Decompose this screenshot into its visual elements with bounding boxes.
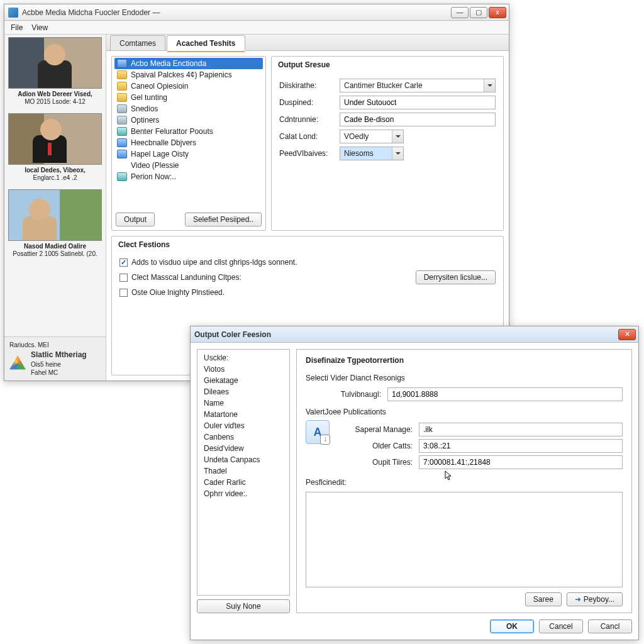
folder-icon xyxy=(117,150,127,158)
thumbnail-item[interactable]: local Dedes, Vibeox,Englarc.1 .e4 .2 xyxy=(4,111,106,187)
list-item[interactable]: Usckle: xyxy=(197,352,289,364)
thumbnail-subtitle: Englarc.1 .e4 .2 xyxy=(9,174,101,182)
thumbnail-image xyxy=(8,113,102,165)
peyboy-button[interactable]: ➜Peyboy... xyxy=(567,592,623,606)
tree-item[interactable]: Gel tunting xyxy=(114,92,263,103)
saperal-input[interactable] xyxy=(419,423,623,436)
tab-comtames[interactable]: Comtames xyxy=(110,35,165,50)
main-window: Acbbe Media Midcha Fuocler Endoder — — ▢… xyxy=(4,4,509,381)
tree-item[interactable]: Spaival Palckes 4¢) Papienics xyxy=(114,69,263,80)
list-item[interactable]: Name xyxy=(197,397,289,409)
maximize-button[interactable]: ▢ xyxy=(470,7,487,18)
festions-opt1[interactable]: Adds to visduo uipe and cllst ghrips-ldg… xyxy=(119,258,404,267)
tree-item[interactable]: Video (Plessie xyxy=(114,160,263,171)
oupit-tiires-input[interactable] xyxy=(419,455,623,469)
titlebar[interactable]: Acbbe Media Midcha Fuocler Endoder — — ▢… xyxy=(4,4,509,21)
tree-item[interactable]: Snedios xyxy=(114,103,263,114)
tulvibnaugl-label: Tulvibnaugl: xyxy=(306,390,387,399)
output-legend: Output Sresue xyxy=(272,57,503,73)
thumbnail-image xyxy=(8,189,102,241)
list-item[interactable]: Viotos xyxy=(197,364,289,375)
sidebar-footer-title: Slatlic Mtheriag xyxy=(31,350,87,360)
saree-button[interactable]: Saree xyxy=(525,592,562,606)
list-item[interactable]: Canbens xyxy=(197,431,289,443)
list-item[interactable]: Giekatage xyxy=(197,375,289,386)
chevron-down-icon xyxy=(392,130,403,143)
sidebar-footer-line: Ois5 heine xyxy=(31,360,87,369)
derrysiten-button[interactable]: Derrysiten licslue... xyxy=(416,270,496,284)
thumbnail-subtitle: Posattier 2 1005 Satinebl. (20. xyxy=(9,250,101,258)
cancel-button[interactable]: Cancel xyxy=(539,619,583,633)
checkbox-icon xyxy=(119,289,128,297)
tulvibnaugl-input[interactable] xyxy=(387,387,623,401)
list-item[interactable]: Ophrr videe:. xyxy=(197,488,289,499)
thumbnail-image xyxy=(8,37,102,89)
tree-panel: Acbo Media Enctionda Spaival Palckes 4¢)… xyxy=(111,56,266,231)
select-preset-button[interactable]: Selefiet Pesiiped.. xyxy=(185,213,262,226)
dialog-title: Output Coler Feesion xyxy=(194,330,618,339)
thumbnail-subtitle: MO 2015 Lsode: 4-12 xyxy=(9,98,101,106)
cursor-icon xyxy=(444,470,453,484)
tree-item[interactable]: Hapel Lage Oisty xyxy=(114,148,263,160)
folder-icon xyxy=(117,172,127,181)
menu-view[interactable]: View xyxy=(31,23,48,32)
output-button[interactable]: Output xyxy=(116,213,155,226)
cancl-button[interactable]: Cancl xyxy=(588,619,632,633)
tree-item[interactable]: Optiners xyxy=(114,114,263,126)
dusplned-input[interactable] xyxy=(340,96,496,109)
dialog-right-panel: Disefinaize Tgpeotorrertion Selecti Vide… xyxy=(296,349,632,613)
list-item[interactable]: Ouler viďtes xyxy=(197,420,289,431)
folder-icon xyxy=(117,116,127,125)
minimize-button[interactable]: — xyxy=(451,7,469,18)
close-button[interactable]: x xyxy=(489,7,506,18)
section-heading: Selecti Vider Dianct Resonigs xyxy=(306,374,623,382)
chevron-down-icon xyxy=(392,147,403,160)
pesf-textarea[interactable] xyxy=(306,492,623,587)
tree-item[interactable]: Perion Now:.. xyxy=(114,171,263,182)
window-title: Acbbe Media Midcha Fuocler Endoder — xyxy=(22,8,451,17)
tab-acached[interactable]: Acached Teshits xyxy=(167,35,245,51)
corunnie-input[interactable] xyxy=(340,113,496,126)
list-item[interactable]: Cader Rarlic xyxy=(197,477,289,488)
sidebar-footer-line: Fahel MC xyxy=(31,369,87,377)
dialog-titlebar[interactable]: Output Coler Feesion ✕ xyxy=(191,326,638,343)
tree-item[interactable]: Acbo Media Enctionda xyxy=(114,58,263,69)
tree-item[interactable]: Caneol Opiesioin xyxy=(114,80,263,92)
folder-icon xyxy=(117,82,127,91)
calatond-select[interactable]: VOedly xyxy=(340,130,404,143)
folder-icon xyxy=(117,59,127,68)
thumbnail-title: Adion Web Dereer Vised, xyxy=(9,91,101,98)
festions-opt2[interactable]: Clect Masscal Landuning Cltpes: xyxy=(119,273,404,282)
sidebar-footer: Rariudcs. MEI Slatlic Mtheriag Ois5 hein… xyxy=(4,336,106,380)
older-catts-label: Older Catts: xyxy=(337,441,419,450)
saperal-label: Saperal Manage: xyxy=(337,425,419,434)
tree-item[interactable]: Benter Felurattor Poouts xyxy=(114,126,263,137)
folder-icon xyxy=(117,127,127,136)
tree-item[interactable]: Heecbnalle Dbjvers xyxy=(114,137,263,148)
thumbnail-item[interactable]: Adion Web Dereer Vised,MO 2015 Lsode: 4-… xyxy=(4,35,106,111)
menu-file[interactable]: File xyxy=(11,23,23,32)
diskirathe-select[interactable]: Cantimer Btucker Carle xyxy=(340,79,496,92)
menubar: File View xyxy=(4,21,509,35)
dialog-close-button[interactable]: ✕ xyxy=(618,329,636,340)
thumbnail-item[interactable]: Nasod Madied OalirePosattier 2 1005 Sati… xyxy=(4,187,106,263)
dusplned-label: Duspined: xyxy=(279,98,335,107)
document-icon[interactable]: A xyxy=(306,420,330,444)
app-icon xyxy=(8,8,18,18)
dialog-category-list[interactable]: Usckle: Viotos Giekatage Dileaes Name Ma… xyxy=(197,349,290,596)
diskirathe-label: Diiskirathe: xyxy=(279,81,335,90)
ok-button[interactable]: OK xyxy=(490,619,534,633)
festions-opt3[interactable]: Oste Oiue lnighty Plnstieed. xyxy=(119,288,404,297)
list-item[interactable]: Matartone xyxy=(197,409,289,420)
peedv-select[interactable]: Niesoms xyxy=(340,147,404,160)
suiy-none-button[interactable]: Suiy None xyxy=(197,599,290,613)
checkbox-icon xyxy=(119,274,128,282)
list-item[interactable]: Thadel xyxy=(197,465,289,477)
older-catts-input[interactable] xyxy=(419,439,623,453)
folder-icon xyxy=(117,138,127,147)
list-item[interactable]: Desid'videw xyxy=(197,443,289,454)
list-item[interactable]: Dileaes xyxy=(197,386,289,397)
oupit-tiires-label: Oupit Tiires: xyxy=(337,458,419,467)
tree-list[interactable]: Acbo Media Enctionda Spaival Palckes 4¢)… xyxy=(112,57,265,209)
list-item[interactable]: Undeta Canpacs xyxy=(197,454,289,465)
